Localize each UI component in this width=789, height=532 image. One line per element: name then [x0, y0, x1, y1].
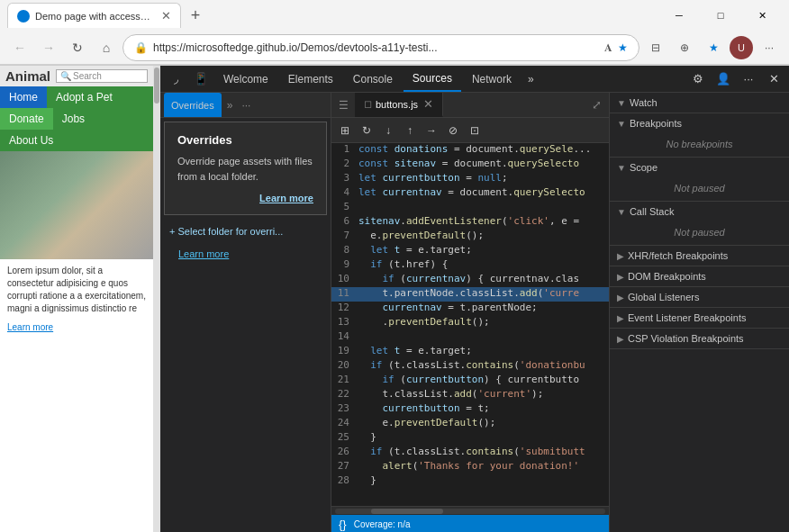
back-button[interactable]: ← [7, 35, 32, 60]
sources-tab-overrides[interactable]: Overrides [164, 93, 222, 117]
breakpoints-chevron-icon: ▼ [617, 119, 626, 129]
overrides-tooltip: Overrides Override page assets with file… [160, 118, 331, 219]
tooltip-learn-more-link[interactable]: Learn more [177, 193, 313, 203]
nav-about[interactable]: About Us [0, 130, 153, 151]
tab-close-icon[interactable]: ✕ [161, 9, 171, 23]
debug-step-right-icon[interactable]: → [422, 121, 441, 140]
webpage-learn-more-link[interactable]: Learn more [7, 322, 53, 332]
debug-step-out-icon[interactable]: ↻ [357, 121, 376, 140]
dom-chevron-icon: ▶ [617, 272, 624, 282]
minimize-button[interactable]: ─ [659, 1, 699, 30]
scope-chevron-icon: ▼ [617, 163, 626, 173]
csp-breakpoints-header[interactable]: ▶ CSP Violation Breakpoints [610, 329, 789, 348]
call-stack-label: Call Stack [630, 206, 675, 217]
code-tab-close-icon[interactable]: ✕ [423, 97, 433, 111]
xhr-chevron-icon: ▶ [617, 251, 624, 261]
code-line-14: 14 [331, 330, 609, 345]
devtools-tab-elements[interactable]: Elements [279, 66, 342, 92]
code-line-12: 12 currentnav = t.parentNode; [331, 302, 609, 316]
dom-breakpoints-header[interactable]: ▶ DOM Breakpoints [610, 266, 789, 286]
debug-blackbox-icon[interactable]: ⊡ [465, 121, 485, 140]
xhr-breakpoints-label: XHR/fetch Breakpoints [628, 250, 728, 261]
url-bar[interactable]: 🔒 https://microsoftedge.github.io/Demos/… [122, 34, 639, 61]
xhr-breakpoints-header[interactable]: ▶ XHR/fetch Breakpoints [610, 246, 789, 266]
scope-header[interactable]: ▼ Scope [610, 158, 789, 177]
webpage-main: Animal 🔍 Search Home Adopt a Pet Donate … [0, 66, 153, 532]
tooltip-box: Overrides Override page assets with file… [164, 122, 327, 215]
split-screen-icon[interactable]: ⊟ [643, 35, 668, 60]
sidebar-learn-more-wrapper: Learn more [160, 244, 331, 264]
no-breakpoints-text: No breakpoints [610, 135, 789, 153]
devtools-more-icon[interactable]: ··· [737, 68, 760, 91]
code-tab-icons: ⤢ [590, 96, 609, 113]
sidebar-learn-more-link[interactable]: Learn more [169, 243, 238, 265]
sources-more-icon[interactable]: » [223, 99, 237, 112]
webpage-body-text: Lorem ipsum dolor, sit a consectetur adi… [0, 259, 153, 320]
code-tab-buttons-js[interactable]: ◻ buttons.js ✕ [355, 93, 443, 117]
file-tree-icon[interactable]: ☰ [331, 94, 355, 117]
nav-adopt[interactable]: Adopt a Pet [47, 86, 122, 108]
tab-title: Demo page with accessibility iss... [35, 11, 152, 22]
tab-bar: Demo page with accessibility iss... ✕ + [7, 3, 656, 28]
learn-more-wrapper: Learn more [0, 320, 153, 337]
maximize-button[interactable]: □ [701, 1, 740, 30]
zoom-icon[interactable]: ⊕ [672, 35, 697, 60]
add-folder-text: + Select folder for overri... [169, 226, 283, 237]
devtools-tab-sources[interactable]: Sources [404, 66, 461, 92]
user-avatar[interactable]: U [730, 36, 753, 59]
devtools-more-tabs-icon[interactable]: » [522, 73, 540, 86]
devtools-close-icon[interactable]: ✕ [762, 68, 785, 91]
browser-tab-active[interactable]: Demo page with accessibility iss... ✕ [7, 3, 181, 28]
main-content: Animal 🔍 Search Home Adopt a Pet Donate … [0, 66, 789, 532]
site-nav: Home Adopt a Pet Donate Jobs About Us [0, 86, 153, 151]
csp-chevron-icon: ▶ [617, 334, 624, 344]
devtools-device-icon[interactable]: 📱 [189, 68, 213, 91]
webpage-vscrollbar[interactable] [153, 66, 160, 532]
debug-layout-icon[interactable]: ⊞ [335, 121, 355, 140]
devtools-tab-network[interactable]: Network [463, 66, 521, 92]
code-line-6: 6sitenav.addEventListener('click', e = [331, 215, 609, 230]
debug-step-down-icon[interactable]: ↓ [378, 121, 398, 140]
sources-kebab-icon[interactable]: ··· [238, 99, 254, 112]
home-button[interactable]: ⌂ [94, 35, 119, 60]
devtools-tab-console[interactable]: Console [344, 66, 402, 92]
code-line-4: 4let currentnav = document.querySelecto [331, 186, 609, 201]
code-line-25: 25 } [331, 431, 609, 446]
select-folder-button[interactable]: + Select folder for overri... [160, 219, 331, 244]
scroll-thumb [371, 509, 443, 514]
breakpoints-header[interactable]: ▼ Breakpoints [610, 113, 789, 133]
close-button[interactable]: ✕ [742, 1, 782, 30]
nav-donate[interactable]: Donate [0, 108, 53, 130]
url-icons: 𝐀 ★ [604, 41, 628, 54]
devtools-inspect-icon[interactable]: ◞ [164, 68, 187, 91]
search-text: Search [73, 71, 102, 81]
event-listener-header[interactable]: ▶ Event Listener Breakpoints [610, 308, 789, 328]
code-expand-icon[interactable]: ⤢ [590, 96, 603, 113]
code-content: 1const donations = document.querySele...… [331, 143, 609, 506]
forward-button[interactable]: → [36, 35, 61, 60]
devtools-tab-welcome[interactable]: Welcome [214, 66, 277, 92]
global-listeners-header[interactable]: ▶ Global Listeners [610, 287, 789, 307]
debug-step-up-icon[interactable]: ↑ [400, 121, 420, 140]
settings-more-icon[interactable]: ··· [757, 35, 782, 60]
nav-row-1: Home Adopt a Pet [0, 86, 153, 108]
code-line-28: 28 } [331, 474, 609, 489]
watch-chevron-icon: ▼ [617, 98, 626, 108]
devtools-focus-icon[interactable]: 👤 [712, 68, 735, 91]
nav-jobs[interactable]: Jobs [53, 108, 94, 130]
nav-home[interactable]: Home [0, 86, 47, 108]
debug-deactivate-icon[interactable]: ⊘ [443, 121, 463, 140]
new-tab-button[interactable]: + [183, 3, 208, 28]
code-hscrollbar[interactable] [331, 506, 609, 515]
code-line-5: 5 [331, 201, 609, 215]
csp-breakpoints-label: CSP Violation Breakpoints [628, 333, 744, 344]
edge-favicon-icon [17, 10, 30, 23]
sources-tab-bar: Overrides » ··· [160, 93, 331, 118]
lock-icon: 🔒 [134, 41, 148, 54]
refresh-button[interactable]: ↻ [65, 35, 90, 60]
call-stack-header[interactable]: ▼ Call Stack [610, 202, 789, 221]
watch-header[interactable]: ▼ Watch [610, 93, 789, 113]
search-bar[interactable]: 🔍 Search [56, 69, 148, 83]
favorites-star-icon[interactable]: ★ [701, 35, 726, 60]
devtools-settings-icon[interactable]: ⚙ [686, 68, 710, 91]
